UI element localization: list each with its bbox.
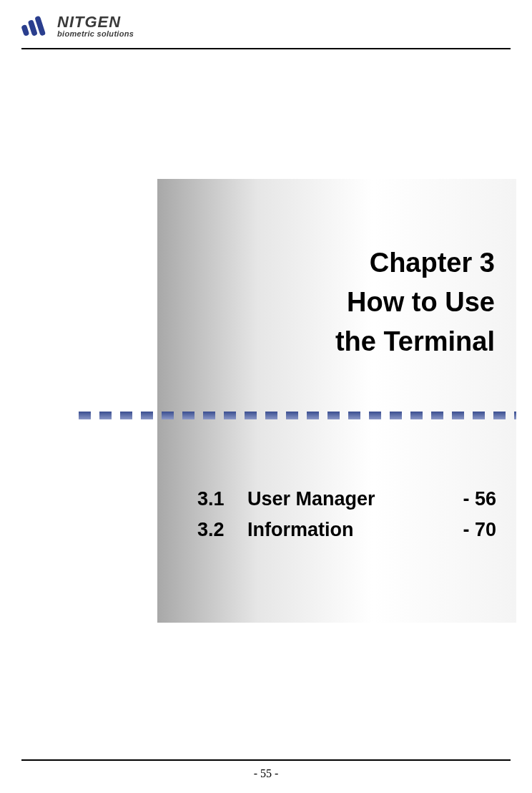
toc-number: 3.2	[197, 519, 232, 541]
toc-page: - 56	[463, 488, 496, 510]
toc-row: 3.2 Information - 70	[197, 519, 496, 541]
header-divider	[21, 48, 511, 49]
toc-row: 3.1 User Manager - 56	[197, 488, 496, 510]
chapter-title-line: the Terminal	[335, 322, 495, 361]
header: NITGEN biometric solutions	[21, 14, 511, 45]
chapter-title: Chapter 3 How to Use the Terminal	[335, 243, 495, 361]
fingerprint-logo-icon	[21, 15, 51, 38]
chapter-title-line: How to Use	[335, 283, 495, 322]
brand-text: NITGEN biometric solutions	[57, 14, 134, 38]
page: NITGEN biometric solutions Chapter 3 How…	[0, 0, 532, 793]
toc-number: 3.1	[197, 488, 232, 510]
toc-label: User Manager	[247, 488, 447, 510]
svg-rect-0	[21, 24, 29, 36]
brand-name: NITGEN	[57, 14, 134, 30]
dashed-divider	[79, 412, 516, 423]
page-number: - 55 -	[0, 767, 532, 780]
chapter-panel: Chapter 3 How to Use the Terminal 3.1 Us…	[157, 179, 516, 623]
table-of-contents: 3.1 User Manager - 56 3.2 Information - …	[197, 488, 496, 550]
footer-divider	[21, 759, 511, 761]
brand-tagline: biometric solutions	[57, 30, 134, 38]
chapter-title-line: Chapter 3	[335, 243, 495, 283]
toc-page: - 70	[463, 519, 496, 541]
toc-label: Information	[247, 519, 447, 541]
